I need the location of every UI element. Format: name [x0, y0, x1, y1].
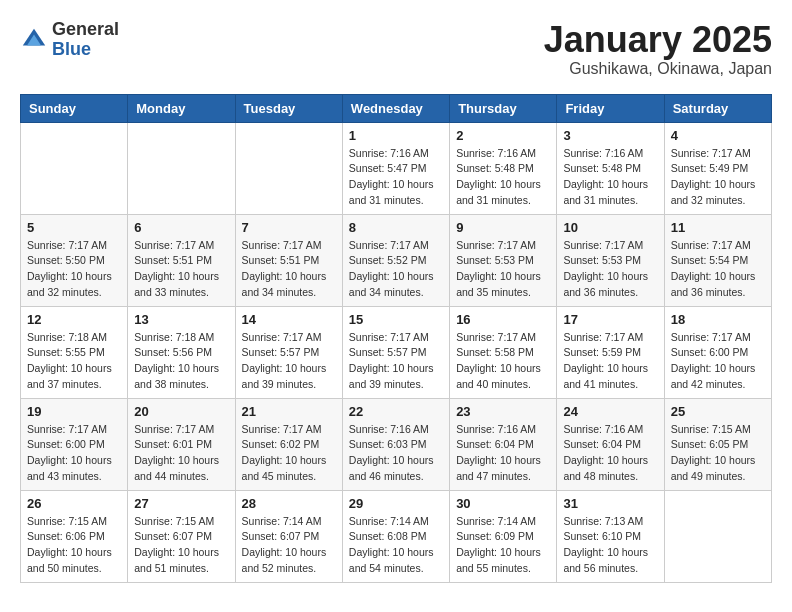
day-info: Sunrise: 7:17 AM Sunset: 5:49 PM Dayligh… [671, 146, 765, 209]
calendar-cell: 7Sunrise: 7:17 AM Sunset: 5:51 PM Daylig… [235, 214, 342, 306]
day-info: Sunrise: 7:15 AM Sunset: 6:05 PM Dayligh… [671, 422, 765, 485]
logo: General Blue [20, 20, 119, 60]
day-number: 30 [456, 496, 550, 511]
calendar-cell: 2Sunrise: 7:16 AM Sunset: 5:48 PM Daylig… [450, 122, 557, 214]
weekday-header-monday: Monday [128, 94, 235, 122]
week-row-4: 19Sunrise: 7:17 AM Sunset: 6:00 PM Dayli… [21, 398, 772, 490]
calendar-cell: 15Sunrise: 7:17 AM Sunset: 5:57 PM Dayli… [342, 306, 449, 398]
day-number: 29 [349, 496, 443, 511]
calendar-cell: 11Sunrise: 7:17 AM Sunset: 5:54 PM Dayli… [664, 214, 771, 306]
day-number: 10 [563, 220, 657, 235]
day-info: Sunrise: 7:17 AM Sunset: 5:58 PM Dayligh… [456, 330, 550, 393]
day-number: 16 [456, 312, 550, 327]
day-number: 22 [349, 404, 443, 419]
week-row-2: 5Sunrise: 7:17 AM Sunset: 5:50 PM Daylig… [21, 214, 772, 306]
weekday-header-row: SundayMondayTuesdayWednesdayThursdayFrid… [21, 94, 772, 122]
calendar-cell: 26Sunrise: 7:15 AM Sunset: 6:06 PM Dayli… [21, 490, 128, 582]
calendar-cell: 18Sunrise: 7:17 AM Sunset: 6:00 PM Dayli… [664, 306, 771, 398]
calendar: SundayMondayTuesdayWednesdayThursdayFrid… [20, 94, 772, 583]
day-info: Sunrise: 7:14 AM Sunset: 6:08 PM Dayligh… [349, 514, 443, 577]
day-info: Sunrise: 7:15 AM Sunset: 6:07 PM Dayligh… [134, 514, 228, 577]
day-number: 8 [349, 220, 443, 235]
day-number: 27 [134, 496, 228, 511]
calendar-cell: 10Sunrise: 7:17 AM Sunset: 5:53 PM Dayli… [557, 214, 664, 306]
day-number: 31 [563, 496, 657, 511]
logo-icon [20, 26, 48, 54]
day-info: Sunrise: 7:17 AM Sunset: 5:57 PM Dayligh… [242, 330, 336, 393]
calendar-cell: 14Sunrise: 7:17 AM Sunset: 5:57 PM Dayli… [235, 306, 342, 398]
day-number: 26 [27, 496, 121, 511]
day-info: Sunrise: 7:17 AM Sunset: 6:01 PM Dayligh… [134, 422, 228, 485]
calendar-cell: 8Sunrise: 7:17 AM Sunset: 5:52 PM Daylig… [342, 214, 449, 306]
page-header: General Blue January 2025 Gushikawa, Oki… [20, 20, 772, 78]
weekday-header-friday: Friday [557, 94, 664, 122]
calendar-cell: 13Sunrise: 7:18 AM Sunset: 5:56 PM Dayli… [128, 306, 235, 398]
calendar-cell: 25Sunrise: 7:15 AM Sunset: 6:05 PM Dayli… [664, 398, 771, 490]
day-number: 19 [27, 404, 121, 419]
day-info: Sunrise: 7:17 AM Sunset: 5:54 PM Dayligh… [671, 238, 765, 301]
day-number: 17 [563, 312, 657, 327]
calendar-cell: 4Sunrise: 7:17 AM Sunset: 5:49 PM Daylig… [664, 122, 771, 214]
day-number: 28 [242, 496, 336, 511]
calendar-cell: 16Sunrise: 7:17 AM Sunset: 5:58 PM Dayli… [450, 306, 557, 398]
day-info: Sunrise: 7:15 AM Sunset: 6:06 PM Dayligh… [27, 514, 121, 577]
calendar-cell: 3Sunrise: 7:16 AM Sunset: 5:48 PM Daylig… [557, 122, 664, 214]
calendar-cell: 31Sunrise: 7:13 AM Sunset: 6:10 PM Dayli… [557, 490, 664, 582]
calendar-cell: 23Sunrise: 7:16 AM Sunset: 6:04 PM Dayli… [450, 398, 557, 490]
day-info: Sunrise: 7:16 AM Sunset: 5:47 PM Dayligh… [349, 146, 443, 209]
calendar-cell: 30Sunrise: 7:14 AM Sunset: 6:09 PM Dayli… [450, 490, 557, 582]
title-block: January 2025 Gushikawa, Okinawa, Japan [544, 20, 772, 78]
weekday-header-thursday: Thursday [450, 94, 557, 122]
day-info: Sunrise: 7:17 AM Sunset: 5:51 PM Dayligh… [134, 238, 228, 301]
day-info: Sunrise: 7:17 AM Sunset: 5:52 PM Dayligh… [349, 238, 443, 301]
week-row-3: 12Sunrise: 7:18 AM Sunset: 5:55 PM Dayli… [21, 306, 772, 398]
day-info: Sunrise: 7:16 AM Sunset: 5:48 PM Dayligh… [563, 146, 657, 209]
day-number: 1 [349, 128, 443, 143]
calendar-cell: 19Sunrise: 7:17 AM Sunset: 6:00 PM Dayli… [21, 398, 128, 490]
day-number: 7 [242, 220, 336, 235]
day-info: Sunrise: 7:16 AM Sunset: 6:03 PM Dayligh… [349, 422, 443, 485]
day-info: Sunrise: 7:17 AM Sunset: 5:57 PM Dayligh… [349, 330, 443, 393]
day-info: Sunrise: 7:16 AM Sunset: 6:04 PM Dayligh… [563, 422, 657, 485]
logo-blue: Blue [52, 39, 91, 59]
calendar-cell: 5Sunrise: 7:17 AM Sunset: 5:50 PM Daylig… [21, 214, 128, 306]
day-info: Sunrise: 7:14 AM Sunset: 6:07 PM Dayligh… [242, 514, 336, 577]
calendar-cell: 1Sunrise: 7:16 AM Sunset: 5:47 PM Daylig… [342, 122, 449, 214]
day-info: Sunrise: 7:17 AM Sunset: 6:02 PM Dayligh… [242, 422, 336, 485]
day-number: 14 [242, 312, 336, 327]
day-number: 15 [349, 312, 443, 327]
weekday-header-tuesday: Tuesday [235, 94, 342, 122]
day-info: Sunrise: 7:17 AM Sunset: 5:59 PM Dayligh… [563, 330, 657, 393]
day-number: 9 [456, 220, 550, 235]
day-info: Sunrise: 7:18 AM Sunset: 5:55 PM Dayligh… [27, 330, 121, 393]
day-info: Sunrise: 7:13 AM Sunset: 6:10 PM Dayligh… [563, 514, 657, 577]
day-number: 6 [134, 220, 228, 235]
calendar-cell: 22Sunrise: 7:16 AM Sunset: 6:03 PM Dayli… [342, 398, 449, 490]
day-number: 23 [456, 404, 550, 419]
day-number: 21 [242, 404, 336, 419]
calendar-cell: 24Sunrise: 7:16 AM Sunset: 6:04 PM Dayli… [557, 398, 664, 490]
day-info: Sunrise: 7:16 AM Sunset: 6:04 PM Dayligh… [456, 422, 550, 485]
day-number: 12 [27, 312, 121, 327]
calendar-cell: 9Sunrise: 7:17 AM Sunset: 5:53 PM Daylig… [450, 214, 557, 306]
day-number: 3 [563, 128, 657, 143]
month-title: January 2025 [544, 20, 772, 60]
calendar-cell: 20Sunrise: 7:17 AM Sunset: 6:01 PM Dayli… [128, 398, 235, 490]
calendar-cell: 29Sunrise: 7:14 AM Sunset: 6:08 PM Dayli… [342, 490, 449, 582]
day-number: 5 [27, 220, 121, 235]
day-number: 18 [671, 312, 765, 327]
location: Gushikawa, Okinawa, Japan [544, 60, 772, 78]
day-info: Sunrise: 7:17 AM Sunset: 6:00 PM Dayligh… [27, 422, 121, 485]
calendar-cell [128, 122, 235, 214]
calendar-cell: 6Sunrise: 7:17 AM Sunset: 5:51 PM Daylig… [128, 214, 235, 306]
weekday-header-wednesday: Wednesday [342, 94, 449, 122]
day-info: Sunrise: 7:17 AM Sunset: 5:51 PM Dayligh… [242, 238, 336, 301]
day-number: 13 [134, 312, 228, 327]
logo-text: General Blue [52, 20, 119, 60]
calendar-cell [664, 490, 771, 582]
calendar-cell: 27Sunrise: 7:15 AM Sunset: 6:07 PM Dayli… [128, 490, 235, 582]
calendar-cell: 17Sunrise: 7:17 AM Sunset: 5:59 PM Dayli… [557, 306, 664, 398]
day-info: Sunrise: 7:18 AM Sunset: 5:56 PM Dayligh… [134, 330, 228, 393]
weekday-header-sunday: Sunday [21, 94, 128, 122]
day-info: Sunrise: 7:17 AM Sunset: 5:53 PM Dayligh… [563, 238, 657, 301]
